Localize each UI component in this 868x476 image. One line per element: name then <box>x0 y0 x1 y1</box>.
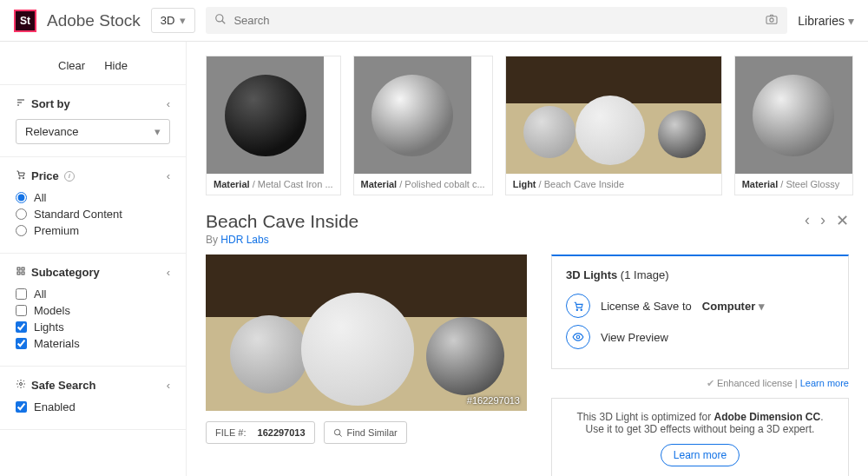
cart-icon <box>16 169 26 182</box>
watermark: #162297013 <box>467 395 520 406</box>
top-bar: St Adobe Stock 3D ▾ Libraries ▾ <box>0 0 868 42</box>
detail-row: #162297013 FILE #: 162297013 Find Simila… <box>206 255 849 476</box>
chevron-down-icon: ▾ <box>848 14 854 28</box>
safe-search-enabled[interactable]: Enabled <box>16 400 170 413</box>
category-select[interactable]: 3D ▾ <box>151 8 196 33</box>
sub-option-lights[interactable]: Lights <box>16 321 170 334</box>
clear-hide-row: Clear Hide <box>0 54 186 85</box>
camera-icon[interactable] <box>765 12 779 29</box>
thumbnail-row: Material / Metal Cast Iron ... Material … <box>206 56 849 195</box>
sort-select[interactable]: Relevance ▾ <box>16 119 170 144</box>
grid-icon <box>16 266 26 279</box>
price-title: Price i <box>16 169 75 182</box>
safe-search-title: Safe Search <box>16 379 95 392</box>
thumbnail-card[interactable]: Material / Steel Glossy <box>734 56 853 195</box>
author-link[interactable]: HDR Labs <box>220 234 268 246</box>
svg-point-13 <box>20 383 23 386</box>
learn-more-link[interactable]: Learn more <box>800 378 849 388</box>
price-section: Price i ‹ All Standard Content Premium <box>0 157 186 254</box>
category-value: 3D <box>161 14 175 27</box>
subcategory-title: Subcategory <box>16 266 100 279</box>
main-area: Clear Hide Sort by ‹ Relevance ▾ <box>0 42 868 476</box>
svg-point-0 <box>216 15 223 22</box>
search-icon <box>214 13 227 28</box>
enhanced-license-row: ✔ Enhanced license | Learn more <box>551 378 849 389</box>
thumbnail-card[interactable]: Material / Polished cobalt c... <box>353 56 493 195</box>
sub-option-models[interactable]: Models <box>16 304 170 317</box>
svg-rect-11 <box>17 272 20 274</box>
svg-point-8 <box>23 177 24 179</box>
learn-more-button[interactable]: Learn more <box>661 444 740 466</box>
thumbnail-card[interactable]: Light / Beach Cave Inside <box>505 56 722 195</box>
chevron-left-icon[interactable]: ‹ <box>167 169 170 182</box>
file-number-pill: FILE #: 162297013 <box>206 421 315 444</box>
sub-option-all[interactable]: All <box>16 288 170 301</box>
svg-line-1 <box>222 21 226 24</box>
detail-header: Beach Cave Inside By HDR Labs ‹ › ✕ <box>206 211 849 246</box>
license-action[interactable]: License & Save to Computer ▾ <box>566 294 834 318</box>
svg-point-14 <box>334 429 339 434</box>
promo-panel: This 3D Light is optimized for Adobe Dim… <box>551 398 849 476</box>
libraries-label: Libraries <box>798 14 845 28</box>
asset-preview[interactable]: #162297013 <box>206 255 527 411</box>
chevron-left-icon[interactable]: ‹ <box>167 379 170 392</box>
close-icon[interactable]: ✕ <box>836 211 849 230</box>
svg-rect-9 <box>17 268 20 270</box>
info-icon[interactable]: i <box>64 171 75 182</box>
sort-icon <box>16 97 26 110</box>
gear-icon <box>16 379 26 392</box>
subcategory-section: Subcategory ‹ All Models Lights Material… <box>0 254 186 367</box>
thumbnail-card[interactable]: Material / Metal Cast Iron ... <box>206 56 341 195</box>
svg-rect-10 <box>22 268 24 270</box>
price-option-standard[interactable]: Standard Content <box>16 208 170 221</box>
cart-icon <box>566 294 590 318</box>
svg-point-16 <box>576 309 577 310</box>
chevron-left-icon[interactable]: ‹ <box>167 266 170 279</box>
sort-by-title: Sort by <box>16 97 70 110</box>
save-destination[interactable]: Computer ▾ <box>702 300 765 313</box>
sort-section: Sort by ‹ Relevance ▾ <box>0 85 186 157</box>
license-panel: 3D Lights (1 Image) License & Save to Co… <box>551 255 849 369</box>
svg-point-3 <box>770 18 773 22</box>
view-preview-action[interactable]: View Preview <box>566 325 834 349</box>
chevron-down-icon: ▾ <box>155 125 161 138</box>
svg-point-7 <box>19 177 21 179</box>
filter-sidebar: Clear Hide Sort by ‹ Relevance ▾ <box>0 42 187 476</box>
libraries-menu[interactable]: Libraries ▾ <box>798 14 854 28</box>
brand-name: Adobe Stock <box>47 11 141 30</box>
chevron-down-icon: ▾ <box>180 14 186 27</box>
search-bar[interactable] <box>206 7 787 34</box>
next-arrow[interactable]: › <box>820 211 825 230</box>
find-similar-button[interactable]: Find Similar <box>324 421 407 444</box>
adobe-stock-logo: St <box>14 10 36 32</box>
chevron-left-icon[interactable]: ‹ <box>167 97 170 110</box>
svg-rect-12 <box>22 272 24 274</box>
svg-rect-2 <box>766 17 777 24</box>
eye-icon <box>566 325 590 349</box>
hide-button[interactable]: Hide <box>104 59 128 72</box>
svg-point-18 <box>576 335 580 339</box>
svg-line-15 <box>339 433 341 436</box>
svg-point-17 <box>581 309 582 310</box>
sub-option-materials[interactable]: Materials <box>16 337 170 350</box>
prev-arrow[interactable]: ‹ <box>805 211 810 230</box>
content-area: Material / Metal Cast Iron ... Material … <box>187 42 868 476</box>
asset-title: Beach Cave Inside <box>206 211 358 232</box>
price-option-all[interactable]: All <box>16 191 170 204</box>
sort-value: Relevance <box>25 125 78 138</box>
search-input[interactable] <box>233 14 758 27</box>
clear-button[interactable]: Clear <box>58 59 85 72</box>
safe-search-section: Safe Search ‹ Enabled <box>0 367 186 430</box>
price-option-premium[interactable]: Premium <box>16 224 170 237</box>
